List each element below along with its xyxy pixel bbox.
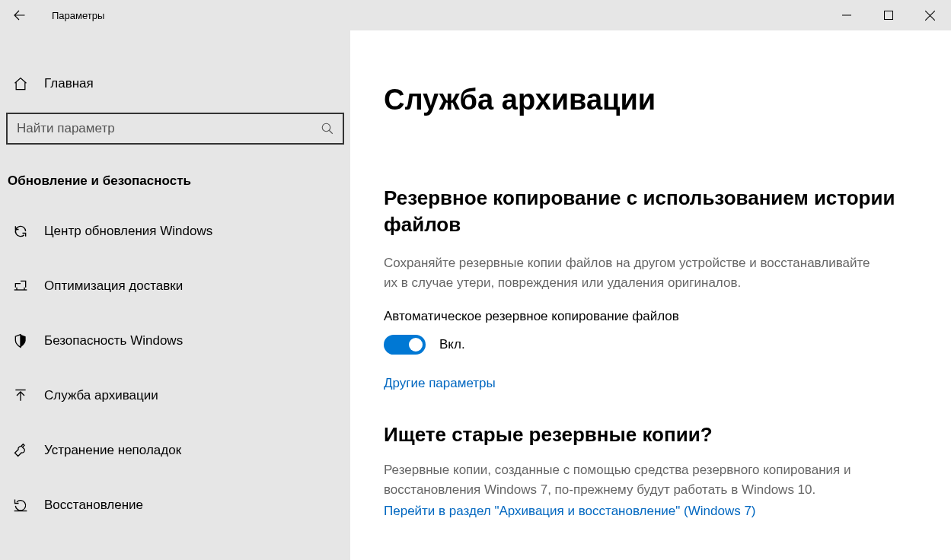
home-icon [12, 76, 29, 91]
close-button[interactable] [909, 0, 951, 30]
window-title: Параметры [38, 10, 104, 21]
svg-line-5 [329, 130, 333, 134]
section-description-old: Резервные копии, созданные с помощью сре… [384, 460, 871, 499]
back-button[interactable] [0, 0, 38, 30]
sidebar-item-windows-update[interactable]: Центр обновления Windows [0, 204, 350, 259]
wrench-icon [12, 443, 29, 458]
sidebar-item-label: Безопасность Windows [44, 333, 183, 348]
delivery-icon [12, 278, 29, 294]
toggle-state-text: Вкл. [439, 337, 465, 352]
svg-rect-1 [884, 11, 892, 20]
sidebar-item-label: Восстановление [44, 498, 143, 513]
maximize-button[interactable] [867, 0, 909, 30]
sidebar-item-delivery-optimization[interactable]: Оптимизация доставки [0, 259, 350, 313]
auto-backup-toggle[interactable] [384, 335, 426, 355]
main-content: Служба архивации Резервное копирование с… [350, 30, 951, 560]
section-heading-old-backups: Ищете старые резервные копии? [384, 423, 921, 447]
backup-icon [12, 388, 29, 403]
recovery-icon [12, 498, 29, 513]
sidebar-item-recovery[interactable]: Восстановление [0, 478, 350, 533]
sidebar-item-label: Служба архивации [44, 388, 158, 403]
sidebar: Главная Обновление и безопасность Центр … [0, 30, 350, 560]
toggle-label: Автоматическое резервное копирование фай… [384, 309, 921, 324]
section-title: Обновление и безопасность [0, 158, 350, 204]
minimize-button[interactable] [825, 0, 867, 30]
sync-icon [12, 224, 29, 239]
arrow-left-icon [12, 8, 26, 22]
maximize-icon [884, 11, 893, 20]
search-input[interactable] [8, 121, 312, 136]
sidebar-item-backup[interactable]: Служба архивации [0, 368, 350, 423]
close-icon [925, 11, 935, 21]
search-icon [312, 122, 343, 135]
home-label: Главная [44, 76, 94, 91]
page-title: Служба архивации [384, 84, 921, 116]
minimize-icon [842, 11, 851, 20]
home-link[interactable]: Главная [0, 68, 350, 105]
search-box[interactable] [6, 113, 344, 145]
sidebar-item-label: Оптимизация доставки [44, 278, 183, 294]
win7-backup-link[interactable]: Перейти в раздел "Архивация и восстановл… [384, 504, 921, 519]
svg-point-4 [322, 123, 330, 132]
more-options-link[interactable]: Другие параметры [384, 376, 921, 391]
shield-icon [12, 333, 29, 348]
sidebar-item-label: Устранение неполадок [44, 443, 181, 458]
sidebar-item-label: Центр обновления Windows [44, 224, 212, 239]
sidebar-item-troubleshoot[interactable]: Устранение неполадок [0, 423, 350, 478]
sidebar-item-windows-security[interactable]: Безопасность Windows [0, 313, 350, 368]
section-heading-file-history: Резервное копирование с использованием и… [384, 185, 921, 238]
section-description: Сохраняйте резервные копии файлов на дру… [384, 253, 871, 292]
